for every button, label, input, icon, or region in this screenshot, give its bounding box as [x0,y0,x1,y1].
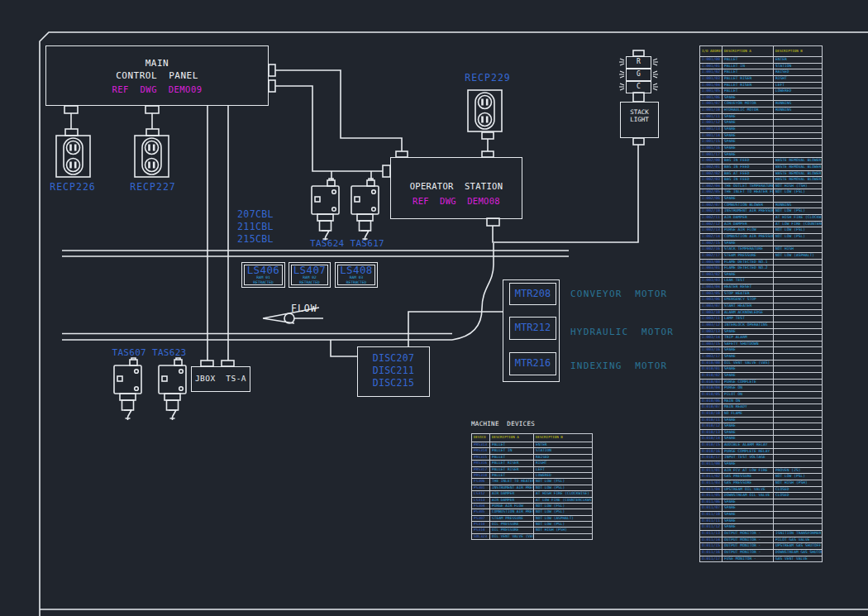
table-cell: SPARE [723,524,774,530]
table-cell: O:011/01 [700,468,723,474]
table-row: O:011/16OUTPUT MONITOR -DOWNSTREAM GAS S… [700,549,822,556]
table-cell: INTERLOCK OPERATING [723,322,774,328]
table-cell: O:010/05 [700,392,723,398]
table-row: I:001/03PALLET RISERRIGHT [700,75,822,82]
table-cell: O:011/04 [700,487,723,493]
table-cell [774,114,822,120]
table-cell [774,329,822,335]
table-cell: I:003/04 [700,284,723,290]
cable-label-211cbl: 211CBL [237,221,274,233]
table-row: O:011/10SPARE [700,511,822,518]
table-cell: I:002/13 [700,227,723,233]
table-row: FS304PURGE AIR FLOWNOT LOW (FSL) [472,503,592,509]
table-row: I:003/05STOP HEATER [700,290,822,297]
table-cell: NOT LOW (ASPHALT) [534,516,592,521]
table-cell: SPARE [723,505,774,511]
wire-disc-to-mtr [408,312,503,346]
table-cell: O:010/06 [700,399,723,404]
table-cell: I:002/02 [700,171,723,177]
table-cell: STOP HEATER [723,291,774,297]
table-cell: COMBUSTION AIR PRESSURE [723,234,774,240]
table-cell: STATION [534,448,592,453]
table-cell: THE INLET TO HEATER FLOW [723,189,774,195]
table-cell: O:011/15 [700,543,723,549]
table-cell: SPARE [723,127,774,132]
flow-label: FLOW [291,303,317,314]
table-cell: COMBUSTION AIR PRESSURE [490,509,534,514]
table-row: I:002/15SPARE [700,240,822,246]
table-cell: I:002/07 [700,203,723,208]
table-row: I:003/12INTERLOCK OPERATING [700,322,822,328]
table-cell: FS306 [472,479,490,484]
table-row: O:011/13OUTPUT MONITOR -IGNITION TRANSFO… [700,530,822,537]
table-cell: PURGE ON [723,385,774,391]
table-cell: PALLET [490,442,534,447]
table-cell [774,152,822,158]
table-row: LS312AIR DAMPERAT HIGH FIRE (CLOCKWISE) [472,490,592,496]
table-cell: OIL PRESSURE [490,522,534,527]
table-cell [774,418,822,423]
table-cell: I:002/06 [700,196,723,202]
table-cell [774,347,822,353]
table-cell: SPARE [723,272,774,278]
table-cell: I:003/15 [700,341,723,347]
table-cell: RUNNING [774,107,822,113]
table-cell: PALLET RISER [490,461,534,466]
table-row: I:001/13SPARE [700,126,822,132]
table-cell: I:001/03 [700,76,723,82]
table-cell: RUNNING [774,203,822,208]
table-row: O:011/01AIR FCV AT LOW FIREPROVEN (ZS) [700,467,822,474]
table-row: I:001/16SPARE [700,145,822,151]
table-cell [774,146,822,151]
table-cell: BAG AT FEED [723,171,774,177]
table-cell [774,361,822,366]
machine-devices-title: MACHINE DEVICES [471,420,535,427]
wire-panel-to-opstation-lower [275,86,383,171]
table-cell: O:010/12 [700,423,723,429]
table-cell: STEAM PRESSURE [490,516,534,521]
table-cell: BAG IN FEED [723,165,774,170]
table-cell: O:011/07 [700,505,723,511]
table-cell: SPARE [723,436,774,442]
table-cell: THE OUTLET TEMPERATURE [723,184,774,189]
table-cell: FLAME DETECTED NO.1 [723,260,774,265]
table-cell: I:003/16 [700,347,723,353]
table-row: O:011/04UPSTREAM OIL VALVECLOSED [700,486,822,493]
table-row: PS305COMBUSTION AIR PRESSURENOT LOW (PSL… [472,509,592,514]
table-row: O:010/06MAIN ON [700,398,822,404]
table-cell [774,284,822,290]
table-cell [774,291,822,297]
ls407-sub2: RETRACTED [289,280,331,284]
table-cell: I:003/01 [700,265,723,271]
table-cell: PALLET [490,455,534,460]
table-row: I:002/03BAG IN FEEDWASTE REMOVAL BLOWER [700,176,822,183]
table-cell: O:011/03 [700,480,723,486]
table-cell [774,518,822,524]
table-cell: NOT LOW (FSL) [534,479,592,484]
stack-light-lens-letter-c: C [626,81,651,93]
table-cell: NOT LOW (FSL) [774,227,822,233]
table-row: I:003/04HEATER RESET [700,284,822,290]
table-cell: OIL VENT VALVE (VAS) [723,361,774,366]
table-cell: O:010/01 [700,366,723,372]
table-header-cell: DESCRIPTION A [723,46,774,56]
table-cell: NOT LOW (ASPHALT) [774,253,822,259]
table-cell: I:003/17 [700,354,723,360]
table-cell: OIL PRESSURE [490,528,534,532]
table-cell [774,512,822,518]
stack-light-label-line1: STACK [620,108,659,116]
table-row: I:003/17SPARE [700,353,822,360]
table-row: I:002/06SPARE [700,195,822,202]
table-cell: RIGHT [534,461,592,466]
table-row: I:002/00BAG IN FEEDWASTE REMOVAL BLOWER [700,157,822,164]
table-cell: PURGE COMPLETE RELAY [723,449,774,455]
table-row: O:010/00OIL VENT VALVE (VAS) [700,360,822,366]
table-cell: COMBUSTION BLOWER [723,203,774,208]
table-cell: STACK TEMPERATURE [723,246,774,252]
table-cell: NOT LOW (FSL) [534,504,592,509]
table-cell [774,120,822,126]
table-cell: HYDRAULIC MOTOR [723,107,774,113]
tas-bottom-labels: TAS607 TAS623 [106,347,193,358]
table-cell: PALLET RISER [490,467,534,472]
table-row: O:011/12SPARE [700,523,822,530]
